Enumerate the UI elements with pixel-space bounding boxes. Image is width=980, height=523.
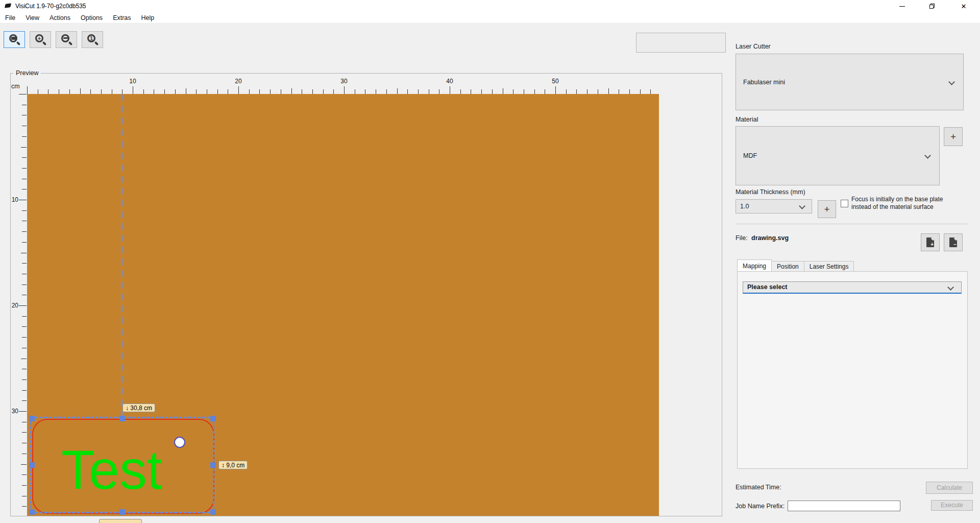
selection-handle-middle-left[interactable] <box>29 462 35 468</box>
ruler-tick <box>19 94 27 94</box>
add-file-button[interactable]: + <box>921 233 940 251</box>
menu-extras[interactable]: Extras <box>108 12 136 23</box>
ruler-tick <box>555 86 556 94</box>
ruler-tick <box>534 89 535 94</box>
ruler-label: 10 <box>125 78 140 85</box>
file-label: File: drawing.svg <box>736 234 789 242</box>
ruler-tick <box>291 88 292 94</box>
ruler-tick <box>545 89 545 94</box>
selection-rectangle[interactable] <box>30 417 214 513</box>
job-name-prefix-input[interactable] <box>788 501 900 511</box>
progress-bar <box>636 33 726 53</box>
ruler-tick <box>186 88 186 94</box>
selection-handle-bottom-center[interactable] <box>119 509 125 515</box>
preview-legend: Preview <box>13 69 41 77</box>
ruler-tick <box>207 89 207 94</box>
ruler-tick <box>312 89 313 94</box>
menu-actions[interactable]: Actions <box>44 12 76 23</box>
maximize-button[interactable] <box>920 0 944 12</box>
zoom-actual-size-button[interactable]: 1 <box>82 31 103 48</box>
ruler-tick <box>566 89 567 94</box>
remove-file-button[interactable]: − <box>944 233 963 251</box>
ruler-tick <box>90 89 91 94</box>
zoom-in-button[interactable]: + <box>30 31 51 48</box>
focus-checkbox-label: Focus is initially on the base plate ins… <box>851 196 943 211</box>
ruler-tick <box>608 88 609 94</box>
add-thickness-button[interactable]: + <box>818 200 836 218</box>
ruler-tick <box>450 86 450 94</box>
ruler-tick <box>22 348 27 348</box>
ruler-label: 40 <box>442 78 457 85</box>
mapping-select-value: Please select <box>747 283 788 291</box>
ruler-tick <box>587 89 587 94</box>
calculate-button[interactable]: Calculate <box>926 482 973 494</box>
ruler-tick <box>80 88 81 94</box>
tab-position[interactable]: Position <box>772 261 804 272</box>
selection-handle-middle-right[interactable] <box>210 462 216 468</box>
ruler-tick <box>429 89 429 94</box>
ruler-tick <box>22 105 27 105</box>
ruler-tick <box>238 86 239 94</box>
ruler-tick <box>22 390 27 391</box>
ruler-tick <box>22 454 27 454</box>
menu-view[interactable]: View <box>20 12 44 23</box>
minimize-button[interactable] <box>890 0 914 12</box>
ruler-unit-label: cm <box>11 83 20 90</box>
ruler-label: 20 <box>6 302 18 309</box>
add-material-button[interactable]: + <box>944 127 963 146</box>
magnifier-one-icon: 1 <box>86 34 99 46</box>
ruler-tick <box>22 263 27 264</box>
tab-mapping[interactable]: Mapping <box>737 259 772 272</box>
ruler-tick <box>22 221 27 221</box>
menu-options[interactable]: Options <box>76 12 108 23</box>
window-title: VisiCut 1.9-70-g2c0db535 <box>15 3 86 10</box>
selection-handle-bottom-right[interactable] <box>210 509 216 515</box>
selection-handle-top-right[interactable] <box>210 416 216 421</box>
mapping-tab-panel <box>737 271 968 469</box>
menu-bar: FileViewActionsOptionsExtrasHelp <box>0 12 980 23</box>
ruler-tick <box>19 305 27 306</box>
chevron-down-icon <box>799 203 805 209</box>
menu-file[interactable]: File <box>0 12 20 23</box>
ruler-tick <box>503 88 503 94</box>
ruler-tick <box>143 89 144 94</box>
tab-laser-settings[interactable]: Laser Settings <box>804 261 854 272</box>
zoom-fit-button[interactable] <box>4 31 25 48</box>
ruler-tick <box>22 179 27 179</box>
thickness-select[interactable]: 1.0 <box>736 199 812 213</box>
chevron-down-icon <box>947 284 954 291</box>
mapping-select[interactable]: Please select <box>743 281 962 294</box>
ruler-tick <box>650 89 651 94</box>
magnifier-minus-icon <box>60 34 72 46</box>
magnifier-plus-icon: + <box>34 34 46 46</box>
restore-icon <box>929 4 935 9</box>
ruler-tick <box>196 89 197 94</box>
selection-handle-top-center[interactable] <box>119 416 125 421</box>
ruler-tick <box>376 89 376 94</box>
ruler-tick <box>344 86 345 94</box>
focus-base-plate-checkbox[interactable] <box>841 200 848 207</box>
ruler-tick <box>323 89 324 94</box>
material-select[interactable]: MDF <box>736 126 940 185</box>
menu-help[interactable]: Help <box>136 12 160 23</box>
ruler-tick <box>281 89 281 94</box>
execute-button[interactable]: Execute <box>931 500 973 511</box>
selection-handle-top-left[interactable] <box>29 416 35 421</box>
title-bar: VisiCut 1.9-70-g2c0db535 ✕ <box>0 0 980 12</box>
zoom-out-button[interactable] <box>56 31 77 48</box>
ruler-tick <box>22 210 27 211</box>
close-button[interactable]: ✕ <box>952 0 975 12</box>
laser-cutter-select[interactable]: Fabulaser mini <box>736 54 964 110</box>
ruler-tick <box>22 422 27 422</box>
ruler-tick <box>22 231 27 232</box>
ruler-tick <box>513 89 513 94</box>
ruler-tick <box>22 157 27 158</box>
ruler-tick <box>175 89 176 94</box>
ruler-tick <box>133 86 133 94</box>
ruler-tick <box>598 89 598 94</box>
selection-handle-bottom-left[interactable] <box>29 509 35 515</box>
ruler-tick <box>22 369 27 369</box>
tab-row: MappingPositionLaser Settings <box>737 259 854 272</box>
ruler-tick <box>492 89 493 94</box>
ruler-tick <box>21 359 27 359</box>
